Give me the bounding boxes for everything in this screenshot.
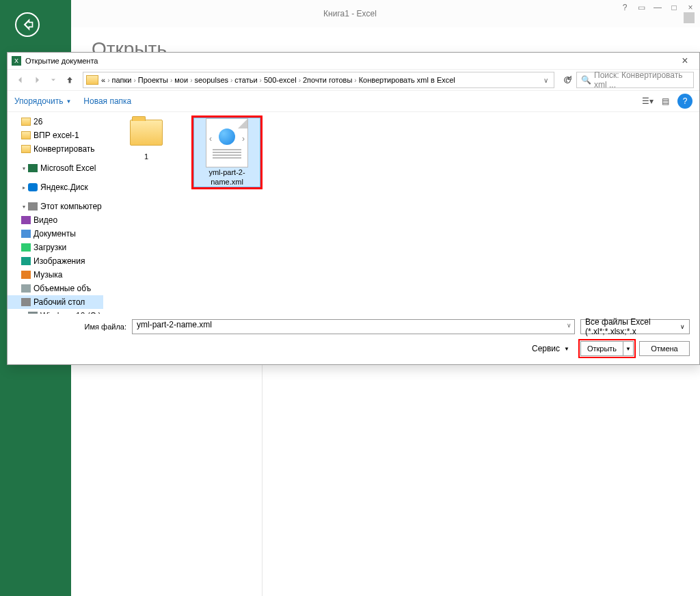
crumb[interactable]: Проекты bbox=[138, 76, 168, 84]
tree-item: Загрузки bbox=[8, 241, 103, 254]
tree-item: Видео bbox=[8, 213, 103, 227]
restore-icon[interactable]: ▭ bbox=[637, 3, 645, 12]
tree-item: ВПР excel-1 bbox=[8, 128, 103, 142]
tree-item: Музыка bbox=[8, 268, 103, 282]
crumb[interactable]: мои bbox=[174, 76, 188, 84]
maximize-icon[interactable]: □ bbox=[670, 3, 678, 12]
tree-item: Конвертировать bbox=[8, 142, 103, 156]
folder-icon bbox=[130, 120, 163, 146]
tree-item: ▸Windows 10 (C:) bbox=[8, 309, 103, 314]
folder-tree[interactable]: 26 ВПР excel-1 Конвертировать ▾Microsoft… bbox=[8, 112, 103, 314]
open-dropdown-button[interactable]: ▼ bbox=[623, 341, 634, 356]
folder-icon bbox=[86, 75, 98, 85]
xml-file-icon: ‹› bbox=[206, 118, 248, 167]
crumb[interactable]: 500-excel bbox=[264, 76, 297, 84]
dialog-toolbar: Упорядочить▼ Новая папка ☰▾ ▤ ? bbox=[8, 91, 699, 111]
organize-menu[interactable]: Упорядочить▼ bbox=[14, 96, 71, 106]
dialog-titlebar: X Открытие документа × bbox=[8, 53, 699, 69]
crumb[interactable]: seopulses bbox=[194, 76, 228, 84]
app-title: Книга1 - Excel bbox=[323, 9, 377, 18]
avatar[interactable] bbox=[684, 12, 695, 23]
crumb[interactable]: Конвертировать xml в Excel bbox=[359, 76, 455, 84]
file-item-folder[interactable]: 1 bbox=[113, 118, 180, 161]
nav-recent-button[interactable] bbox=[46, 72, 61, 87]
search-icon: 🔍 bbox=[581, 75, 591, 85]
excel-icon: X bbox=[12, 56, 21, 66]
help-icon[interactable]: ? bbox=[677, 94, 692, 109]
nav-bar: « ›папки ›Проекты ›мои ›seopulses ›стать… bbox=[8, 69, 699, 91]
close-icon[interactable]: × bbox=[686, 3, 695, 12]
nav-up-button[interactable] bbox=[62, 72, 77, 87]
file-list[interactable]: 1 ‹› yml-part-2-name.xml bbox=[103, 112, 699, 314]
breadcrumb[interactable]: « ›папки ›Проекты ›мои ›seopulses ›стать… bbox=[83, 72, 554, 88]
minimize-icon[interactable]: — bbox=[654, 3, 662, 12]
chevron-down-icon: ∨ bbox=[567, 322, 571, 329]
help-icon[interactable]: ? bbox=[621, 3, 629, 12]
file-type-filter[interactable]: Все файлы Excel (*.xl*;*.xlsx;*.x∨ bbox=[580, 319, 690, 334]
dialog-title: Открытие документа bbox=[25, 57, 675, 65]
back-button[interactable] bbox=[15, 12, 40, 37]
chevron-down-icon[interactable]: ∨ bbox=[541, 77, 551, 84]
tree-item-selected: Рабочий стол bbox=[8, 295, 103, 309]
tree-item: 26 bbox=[8, 115, 103, 128]
crumb[interactable]: 2почти готовы bbox=[303, 76, 352, 84]
open-file-dialog: X Открытие документа × « ›папки ›Проекты… bbox=[7, 52, 700, 365]
filename-label: Имя файла: bbox=[17, 323, 126, 331]
preview-pane-button[interactable]: ▤ bbox=[657, 94, 673, 109]
tree-item: Документы bbox=[8, 227, 103, 241]
service-menu[interactable]: Сервис▼ bbox=[532, 344, 569, 353]
cancel-button[interactable]: Отмена bbox=[639, 341, 690, 356]
crumb[interactable]: статьи bbox=[234, 76, 257, 84]
excel-titlebar: Книга1 - Excel ? ▭ — □ × bbox=[0, 0, 700, 27]
refresh-button[interactable] bbox=[560, 72, 575, 87]
open-button[interactable]: Открыть ▼ bbox=[580, 341, 634, 356]
nav-back-button[interactable] bbox=[13, 72, 28, 87]
close-icon[interactable]: × bbox=[675, 55, 695, 67]
view-mode-button[interactable]: ☰▾ bbox=[639, 94, 656, 109]
tree-item: ▾Этот компьютер bbox=[8, 200, 103, 213]
nav-forward-button[interactable] bbox=[29, 72, 44, 87]
new-folder-button[interactable]: Новая папка bbox=[83, 96, 131, 106]
tree-item: Объемные объ bbox=[8, 282, 103, 295]
filename-input[interactable]: yml-part-2-name.xml ∨ bbox=[132, 319, 575, 334]
tree-item: Изображения bbox=[8, 254, 103, 268]
crumb[interactable]: папки bbox=[111, 76, 131, 84]
file-item-selected[interactable]: ‹› yml-part-2-name.xml bbox=[193, 118, 260, 187]
search-input[interactable]: 🔍 Поиск: Конвертировать xml ... bbox=[576, 72, 694, 88]
tree-item: ▸Яндекс.Диск bbox=[8, 180, 103, 194]
tree-item: ▾Microsoft Excel bbox=[8, 161, 103, 175]
